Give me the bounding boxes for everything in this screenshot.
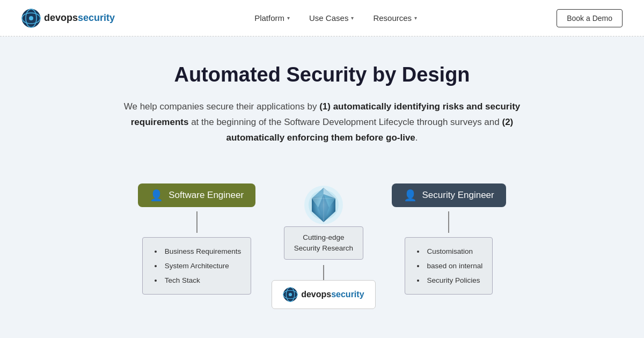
logo[interactable]: devopssecurity — [21, 9, 115, 28]
connector-line — [323, 265, 324, 280]
sec-detail-item: Customisation — [417, 244, 482, 259]
chevron-down-icon: ▾ — [414, 15, 417, 21]
cutting-edge-label: Cutting-edgeSecurity Research — [294, 233, 353, 252]
hero-description: We help companies secure their applicati… — [113, 99, 531, 146]
security-engineer-badge: 👤 Security Engineer — [392, 183, 506, 207]
chevron-down-icon: ▾ — [287, 15, 290, 21]
sec-detail-item: based on internal — [417, 259, 482, 273]
nav-links: Platform ▾ Use Cases ▾ Resources ▾ — [254, 13, 417, 23]
person-icon: 👤 — [404, 189, 417, 202]
crystal-icon — [302, 183, 345, 226]
sec-detail-item: Security Policies — [417, 273, 482, 288]
svg-point-3 — [29, 16, 33, 20]
nav-resources[interactable]: Resources ▾ — [373, 13, 417, 23]
se-detail-item: Tech Stack — [155, 273, 241, 288]
software-engineer-block: 👤 Software Engineer Business Requirement… — [138, 183, 255, 295]
hero-title: Automated Security by Design — [107, 63, 537, 86]
chevron-down-icon: ▾ — [351, 15, 354, 21]
security-engineer-block: 👤 Security Engineer Customisation based … — [392, 183, 506, 295]
connector-line — [448, 211, 449, 233]
navigation: devopssecurity Platform ▾ Use Cases ▾ Re… — [0, 0, 644, 36]
cutting-edge-box: Cutting-edgeSecurity Research — [284, 226, 363, 260]
center-block: Cutting-edgeSecurity Research devopssecu… — [272, 183, 375, 310]
software-engineer-details: Business Requirements System Architectur… — [142, 237, 251, 295]
se-detail-item: System Architecture — [155, 259, 241, 273]
software-engineer-badge: 👤 Software Engineer — [138, 183, 255, 207]
connector-line — [196, 211, 197, 233]
se-detail-item: Business Requirements — [155, 244, 241, 259]
security-engineer-details: Customisation based on internal Security… — [405, 237, 493, 295]
hero-section: Automated Security by Design We help com… — [0, 36, 644, 162]
person-icon: 👤 — [150, 189, 163, 202]
nav-use-cases-label: Use Cases — [309, 13, 348, 23]
svg-point-17 — [289, 293, 292, 296]
center-logo-text: devopssecurity — [301, 290, 364, 299]
book-demo-button[interactable]: Book a Demo — [557, 9, 623, 27]
nav-use-cases[interactable]: Use Cases ▾ — [309, 13, 354, 23]
security-engineer-label: Security Engineer — [422, 190, 494, 201]
nav-platform[interactable]: Platform ▾ — [254, 13, 290, 23]
logo-text: devopssecurity — [44, 12, 115, 24]
nav-resources-label: Resources — [373, 13, 412, 23]
diagram-section: 👤 Software Engineer Business Requirement… — [0, 183, 644, 310]
software-engineer-label: Software Engineer — [169, 190, 244, 201]
center-logo: devopssecurity — [272, 280, 375, 309]
nav-platform-label: Platform — [254, 13, 284, 23]
